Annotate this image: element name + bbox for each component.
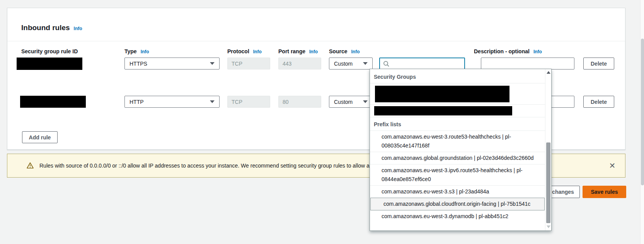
port-range-input-row1 bbox=[278, 58, 321, 69]
protocol-input-row1 bbox=[227, 58, 270, 69]
protocol-info-link[interactable]: Info bbox=[253, 49, 262, 54]
divider bbox=[7, 41, 625, 41]
page-scrollbar-thumb[interactable] bbox=[641, 39, 644, 185]
column-header-port-range: Port range Info bbox=[278, 48, 318, 54]
prefix-list-option[interactable]: com.amazonaws.eu-west-3.ipv6.route53-hea… bbox=[370, 164, 545, 185]
scroll-up-icon[interactable] bbox=[547, 71, 550, 74]
source-options-dropdown: Security Groups Prefix lists com.amazona… bbox=[370, 69, 552, 231]
save-rules-button[interactable]: Save rules bbox=[583, 186, 626, 198]
dropdown-group-prefix-lists: Prefix lists bbox=[370, 117, 545, 130]
security-group-option-redacted-2[interactable] bbox=[374, 106, 512, 115]
search-icon bbox=[383, 61, 389, 67]
column-header-type: Type Info bbox=[124, 48, 149, 54]
chevron-down-icon bbox=[210, 62, 215, 65]
type-select-row1[interactable]: HTTPS bbox=[124, 58, 220, 69]
security-group-option-redacted-1[interactable] bbox=[375, 86, 509, 102]
column-header-source: Source Info bbox=[329, 48, 359, 54]
source-search-field-row1[interactable] bbox=[379, 58, 465, 69]
add-rule-button[interactable]: Add rule bbox=[22, 131, 58, 143]
prefix-list-option[interactable]: com.amazonaws.eu-west-3.s3 | pl-23ad484a bbox=[370, 186, 545, 198]
column-header-rule-id: Security group rule ID bbox=[21, 48, 78, 54]
port-range-input-row2 bbox=[278, 96, 321, 108]
port-range-info-link[interactable]: Info bbox=[309, 49, 318, 54]
description-info-link[interactable]: Info bbox=[533, 49, 542, 54]
chevron-down-icon bbox=[363, 62, 368, 65]
warning-icon bbox=[27, 162, 34, 169]
chevron-down-icon bbox=[210, 100, 215, 103]
prefix-list-option-highlighted[interactable]: com.amazonaws.global.cloudfront.origin-f… bbox=[370, 198, 545, 210]
source-info-link[interactable]: Info bbox=[351, 49, 359, 54]
column-header-description: Description - optional Info bbox=[474, 48, 542, 54]
page-scrollbar[interactable] bbox=[640, 0, 644, 244]
page-title: Inbound rules bbox=[21, 24, 70, 32]
prefix-list-option[interactable]: com.amazonaws.eu-west-3.dynamodb | pl-ab… bbox=[370, 210, 545, 222]
divider bbox=[370, 104, 545, 105]
inbound-rules-info-link[interactable]: Info bbox=[74, 26, 82, 31]
rule-id-redacted-row2 bbox=[20, 96, 86, 108]
rule-id-redacted-row1 bbox=[17, 58, 82, 70]
scroll-down-icon[interactable] bbox=[547, 225, 550, 228]
type-select-row2[interactable]: HTTP bbox=[124, 96, 220, 108]
dropdown-group-security-groups: Security Groups bbox=[370, 69, 545, 83]
dropdown-scrollbar[interactable] bbox=[545, 69, 551, 230]
delete-rule-button-row1[interactable]: Delete bbox=[583, 58, 614, 69]
description-input-row1[interactable] bbox=[481, 58, 574, 69]
source-mode-select-row1[interactable]: Custom bbox=[329, 58, 373, 69]
delete-rule-button-row2[interactable]: Delete bbox=[583, 96, 614, 108]
prefix-list-option[interactable]: com.amazonaws.eu-west-3.route53-healthch… bbox=[370, 131, 545, 152]
dropdown-scrollbar-thumb[interactable] bbox=[546, 142, 550, 223]
source-search-input-row1[interactable] bbox=[392, 61, 461, 67]
protocol-input-row2 bbox=[227, 96, 270, 108]
column-header-protocol: Protocol Info bbox=[227, 48, 262, 54]
close-icon[interactable]: ✕ bbox=[607, 160, 618, 171]
type-info-link[interactable]: Info bbox=[141, 49, 149, 54]
divider bbox=[370, 83, 545, 83]
chevron-down-icon bbox=[363, 100, 368, 103]
panel-header: Inbound rules Info bbox=[21, 24, 82, 32]
prefix-list-option[interactable]: com.amazonaws.global.groundstation | pl-… bbox=[370, 152, 545, 164]
source-mode-select-row2[interactable]: Custom bbox=[329, 96, 373, 108]
